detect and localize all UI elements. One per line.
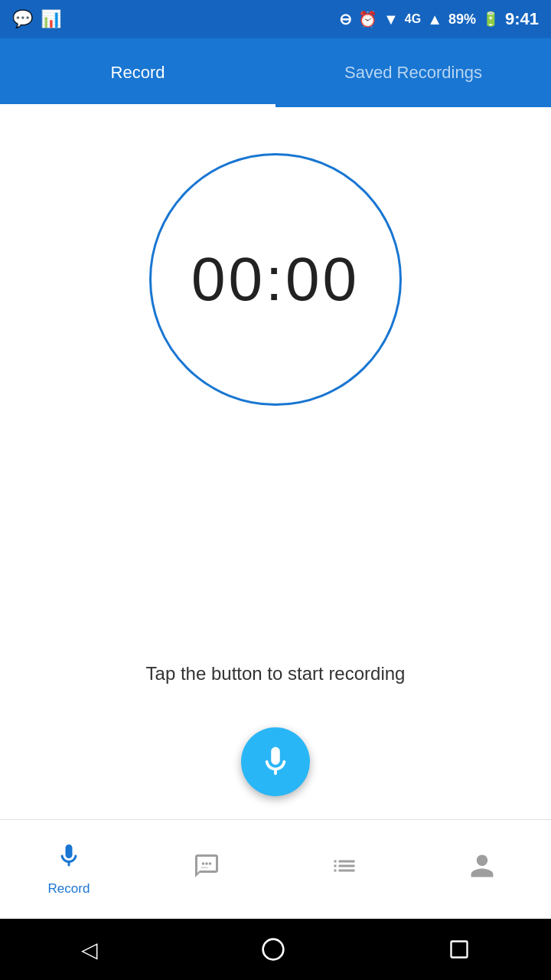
battery-label: 89%: [448, 11, 476, 28]
recents-button[interactable]: [448, 939, 470, 960]
signal-bars: ▲: [427, 11, 442, 28]
svg-point-0: [202, 862, 205, 865]
status-bar-left: 💬 📊: [12, 9, 61, 29]
hint-text: Tap the button to start recording: [146, 663, 406, 684]
time-display: 9:41: [505, 9, 539, 29]
svg-point-1: [205, 862, 208, 865]
timer-circle: 00:00: [149, 153, 402, 406]
tab-saved-recordings[interactable]: Saved Recordings: [276, 38, 551, 107]
status-bar-right: ⊖ ⏰ ▼ 4G ▲ 89% 🔋 9:41: [339, 9, 539, 29]
svg-point-3: [263, 939, 284, 960]
dnd-icon: ⊖: [339, 10, 352, 28]
back-button[interactable]: ◁: [81, 937, 98, 962]
home-button[interactable]: [261, 937, 285, 962]
nav-record-label: Record: [48, 881, 90, 897]
activity-icon: 📊: [41, 9, 61, 29]
nav-item-record[interactable]: Record: [23, 842, 115, 897]
wifi-icon: ▼: [383, 11, 399, 28]
nav-mic-icon: [55, 842, 83, 877]
battery-icon: 🔋: [482, 11, 499, 28]
nav-voice-icon: [193, 852, 220, 887]
bottom-nav: Record: [0, 819, 551, 919]
nav-item-list[interactable]: [298, 852, 390, 887]
timer-display: 00:00: [191, 244, 360, 315]
svg-point-2: [209, 862, 212, 865]
tab-bar: Record Saved Recordings: [0, 38, 551, 107]
whatsapp-icon: 💬: [12, 9, 33, 29]
nav-list-icon: [331, 852, 358, 887]
mic-icon: [258, 744, 293, 779]
status-bar: 💬 📊 ⊖ ⏰ ▼ 4G ▲ 89% 🔋 9:41: [0, 0, 551, 38]
signal-icon: 4G: [405, 12, 421, 26]
svg-rect-4: [451, 942, 467, 958]
nav-item-voice[interactable]: [161, 852, 253, 887]
nav-item-profile[interactable]: [436, 852, 528, 887]
tab-record[interactable]: Record: [0, 38, 276, 107]
main-content: 00:00 Tap the button to start recording: [0, 107, 551, 819]
record-mic-button[interactable]: [241, 727, 310, 796]
system-nav-bar: ◁: [0, 919, 551, 980]
alarm-icon: ⏰: [358, 10, 377, 28]
nav-profile-icon: [468, 852, 496, 887]
